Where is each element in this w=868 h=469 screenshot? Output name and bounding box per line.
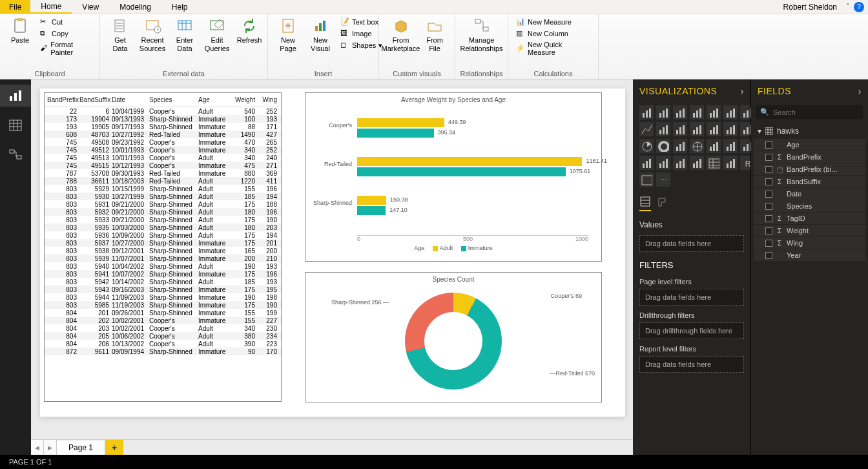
fields-search-input[interactable] (773, 109, 862, 116)
fields-table-hawks[interactable]: ▾ hawks (754, 124, 865, 138)
text-box-button[interactable]: 📝Text box (339, 17, 384, 27)
viz-line-column2-icon[interactable] (707, 122, 721, 136)
model-view-button[interactable] (0, 144, 31, 166)
field-bandprefix[interactable]: ΣBandPrefix (754, 151, 865, 163)
viz-more-icon[interactable]: ⋯ (656, 172, 670, 187)
new-measure-button[interactable]: 📊New Measure (515, 17, 592, 27)
viz-column-100-icon[interactable] (723, 105, 738, 120)
viz-card-icon[interactable] (639, 156, 654, 170)
viz-stacked-bar-icon[interactable] (639, 105, 654, 120)
field-bandprefix-bi-[interactable]: ⬚BandPrefix (bi... (754, 163, 865, 175)
viz-line-icon[interactable] (639, 122, 654, 136)
table-row[interactable]: 803594309/16/2003Sharp-ShinnedImmature17… (45, 286, 281, 293)
checkbox-icon[interactable] (765, 166, 772, 173)
table-row[interactable]: 80420510/06/2002Cooper'sAdult380234 (45, 332, 281, 340)
field-date[interactable]: Date (754, 188, 865, 200)
file-menu[interactable]: File (0, 0, 30, 14)
table-row[interactable]: 803598511/19/2003Sharp-ShinnedImmature17… (45, 301, 281, 309)
viz-funnel-icon[interactable] (723, 139, 738, 153)
table-row[interactable]: 872961109/09/1994Sharp-ShinnedImmature90… (45, 348, 281, 355)
viz-donut-icon[interactable] (656, 139, 670, 153)
table-row[interactable]: 7875370809/30/1993Red-TailedImmature8803… (45, 169, 281, 177)
page-prev-button[interactable]: ◄ (31, 440, 44, 455)
edit-queries-button[interactable]: Edit Queries (201, 16, 233, 54)
viz-ribbon-icon[interactable] (740, 105, 750, 120)
table-row[interactable]: 803593809/12/2001Sharp-ShinnedImmature16… (45, 247, 281, 255)
table-row[interactable]: 803594210/14/2002Sharp-ShinnedAdult18519… (45, 278, 281, 286)
help-icon[interactable]: ? (854, 2, 864, 12)
field-age[interactable]: Age (754, 139, 865, 151)
table-row[interactable]: 803593710/27/2000Sharp-ShinnedImmature17… (45, 239, 281, 247)
checkbox-icon[interactable] (765, 141, 772, 149)
viz-r-visual-icon[interactable]: R (740, 156, 750, 170)
checkbox-icon[interactable] (765, 252, 772, 259)
table-row[interactable]: 80420310/02/2001Cooper'sAdult340230 (45, 324, 281, 332)
new-page-button[interactable]: ✳New Page (272, 16, 304, 54)
fields-collapse-icon[interactable]: › (858, 86, 862, 96)
recent-sources-button[interactable]: Recent Sources (136, 16, 169, 54)
viz-stacked-bar-100-icon[interactable] (707, 105, 721, 120)
table-row[interactable]: 1731990409/13/1993Sharp-ShinnedImmature1… (45, 115, 281, 123)
viz-clustered-bar-icon[interactable] (690, 105, 704, 120)
table-row[interactable]: 803593209/21/2000Sharp-ShinnedAdult18019… (45, 208, 281, 216)
from-file-button[interactable]: From File (418, 16, 451, 54)
report-page[interactable]: BandPrefix BandSuffix Date Species Age W… (40, 89, 625, 417)
viz-kpi-icon[interactable] (673, 156, 687, 170)
checkbox-icon[interactable] (765, 178, 772, 185)
menu-view[interactable]: View (72, 0, 109, 14)
new-visual-button[interactable]: New Visual (304, 16, 336, 54)
format-tab-icon[interactable] (656, 196, 668, 211)
viz-gauge-icon[interactable] (740, 139, 750, 153)
enter-data-button[interactable]: Enter Data (169, 16, 201, 54)
viz-pie-icon[interactable] (639, 139, 654, 153)
table-row[interactable]: 7883661110/18/2003Red-TailedAdult1220411 (45, 177, 281, 185)
field-tagid[interactable]: ΣTagID (754, 213, 865, 224)
fields-tab-icon[interactable] (639, 196, 651, 211)
checkbox-icon[interactable] (765, 191, 772, 198)
viz-stacked-column-icon[interactable] (673, 105, 687, 120)
visualizations-collapse-icon[interactable]: › (741, 86, 744, 96)
table-row[interactable]: 803593109/21/2000Sharp-ShinnedAdult17518… (45, 200, 281, 208)
data-view-button[interactable] (0, 114, 31, 136)
get-data-button[interactable]: Get Data (104, 16, 136, 54)
viz-matrix-icon[interactable] (723, 156, 738, 170)
from-marketplace-button[interactable]: From Marketplace (383, 16, 418, 54)
field-species[interactable]: Species (754, 200, 865, 212)
manage-relationships-button[interactable]: Manage Relationships (459, 16, 504, 54)
report-filters-drop[interactable]: Drag data fields here (639, 356, 744, 373)
checkbox-icon[interactable] (765, 227, 772, 234)
table-row[interactable]: 803592910/15/1999Sharp-ShinnedAdult15519… (45, 185, 281, 193)
image-button[interactable]: 🖼Image (339, 28, 384, 39)
visual-bar-chart[interactable]: Average Weight by Species and Age Cooper… (305, 92, 602, 262)
viz-line-column-icon[interactable] (690, 122, 704, 136)
menu-modeling[interactable]: Modeling (109, 0, 161, 14)
table-row[interactable]: 803594411/09/2003Sharp-ShinnedImmature19… (45, 293, 281, 301)
field-weight[interactable]: ΣWeight (754, 225, 865, 236)
viz-py-visual-icon[interactable] (639, 172, 654, 187)
checkbox-icon[interactable] (765, 240, 772, 247)
table-row[interactable]: 803593510/03/2000Sharp-ShinnedAdult18020… (45, 224, 281, 231)
viz-map-icon[interactable] (690, 139, 704, 153)
table-row[interactable]: 7454951510/12/1993Cooper'sImmature475271 (45, 162, 281, 169)
table-row[interactable]: 803594010/04/2002Sharp-ShinnedAdult19019… (45, 262, 281, 270)
table-row[interactable]: 7454951210/01/1993Cooper'sImmature340252 (45, 146, 281, 154)
fields-search[interactable]: 🔍 (756, 105, 863, 119)
field-bandsuffix[interactable]: ΣBandSuffix (754, 176, 865, 187)
paste-button[interactable]: Paste (4, 16, 36, 46)
field-year[interactable]: Year (754, 249, 865, 261)
table-row[interactable]: 80420210/02/2001Cooper'sImmature155227 (45, 317, 281, 324)
field-wing[interactable]: ΣWing (754, 237, 865, 249)
shapes-button[interactable]: ◻Shapes▾ (339, 40, 384, 50)
cut-button[interactable]: ✂Cut (39, 17, 93, 27)
table-row[interactable]: 7454951310/01/1993Cooper'sAdult340240 (45, 154, 281, 162)
user-chevron-icon[interactable]: ˄ (842, 3, 854, 11)
viz-slicer-icon[interactable] (690, 156, 704, 170)
new-column-button[interactable]: ▥New Column (515, 28, 592, 39)
menu-help[interactable]: Help (161, 0, 198, 14)
table-row[interactable]: 1931990509/17/1993Sharp-ShinnedImmature8… (45, 123, 281, 130)
drill-filters-drop[interactable]: Drag drillthrough fields here (639, 322, 744, 339)
menu-home[interactable]: Home (30, 0, 72, 14)
table-row[interactable]: 803593010/27/1999Sharp-ShinnedAdult18519… (45, 193, 281, 200)
table-row[interactable]: 803594110/07/2002Sharp-ShinnedImmature17… (45, 270, 281, 278)
table-row[interactable]: 22610/04/1999Cooper'sAdult540252 (45, 107, 281, 115)
